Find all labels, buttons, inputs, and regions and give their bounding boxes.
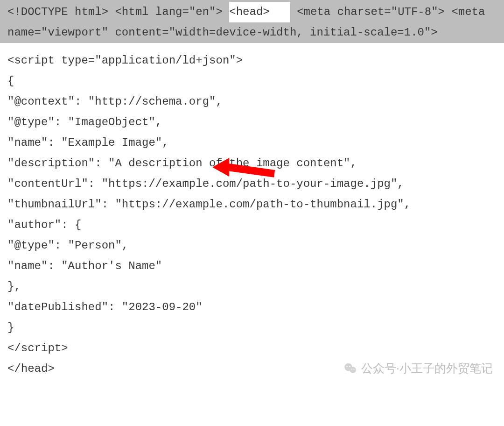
code-line-18: }, [7,280,21,293]
red-arrow-icon [212,154,282,182]
code-body-block: <script type="application/ld+json"> { "@… [0,43,504,386]
code-line-22: </head> [7,362,55,375]
code-line-17: "name": "Author's Name" [7,260,162,272]
code-line-16: "@type": "Person", [7,239,128,252]
code-line-2: <html lang="en"> [115,6,222,18]
watermark-text: 公众号·小王子的外贸笔记 [361,358,493,378]
svg-point-3 [350,367,357,373]
code-line-3: <head> [229,2,290,22]
code-header-block: <!DOCTYPE html> <html lang="en"> <head> … [0,0,504,43]
svg-rect-1 [228,163,275,178]
svg-point-5 [349,366,350,367]
code-line-13: "contentUrl": "https://example.com/path-… [7,178,404,190]
svg-point-6 [351,369,352,370]
code-line-1: <!DOCTYPE html> [7,6,108,18]
watermark: 公众号·小王子的外贸笔记 [343,358,493,378]
code-line-14: "thumbnailUrl": "https://example.com/pat… [7,198,411,211]
code-line-7: <script type="application/ld+json"> [7,54,243,67]
code-line-8: { [7,75,14,87]
svg-marker-0 [212,158,229,177]
code-line-20: } [7,321,14,334]
code-line-12: "description": "A description of the ima… [7,157,357,170]
code-line-15: "author": { [7,219,81,231]
svg-point-4 [346,366,347,367]
code-line-19: "datePublished": "2023-09-20" [7,301,203,313]
code-line-4: <meta charset="UTF-8"> [297,6,445,18]
svg-point-7 [354,369,355,370]
code-line-9: "@context": "http://schema.org", [7,95,223,108]
code-line-10: "@type": "ImageObject", [7,116,162,128]
code-line-21b: ipt> [41,342,68,355]
code-line-21a: </scr [7,342,41,355]
wechat-icon [343,361,357,375]
code-line-11: "name": "Example Image", [7,136,169,149]
